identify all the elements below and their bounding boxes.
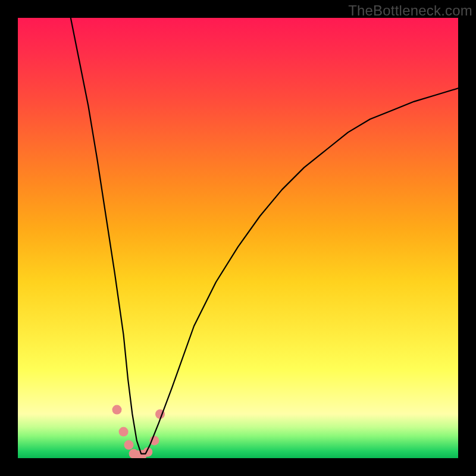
bottleneck-curve — [71, 18, 458, 454]
markers-group — [112, 405, 165, 458]
watermark-text: TheBottleneck.com — [348, 2, 472, 19]
chart-frame: TheBottleneck.com — [0, 0, 476, 476]
plot-area — [18, 18, 458, 458]
marker-point — [112, 405, 122, 415]
chart-svg — [18, 18, 458, 458]
marker-point — [124, 440, 133, 450]
marker-point — [119, 427, 129, 437]
